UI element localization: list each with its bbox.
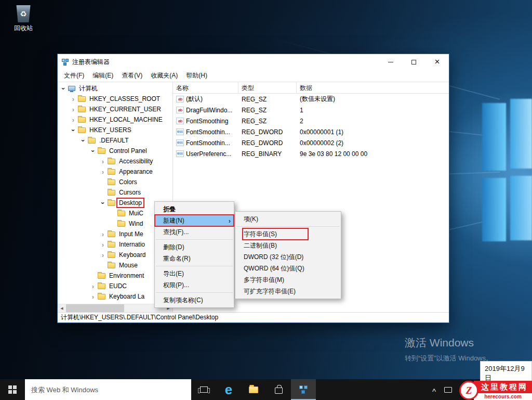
menu-item-label: 重命名(R) [163, 254, 191, 263]
menu-item-字符串值(S)[interactable]: 字符串值(S) [235, 228, 341, 240]
tree-item-HKEY_CURRENT_USER[interactable]: HKEY_CURRENT_USER [58, 104, 172, 114]
value-type: REG_SZ [238, 107, 297, 114]
menu-item-复制项名称(C)[interactable]: 复制项名称(C) [155, 294, 234, 306]
recycle-bin[interactable]: ♻ 回收站 [6, 5, 41, 33]
file-explorer-button[interactable] [241, 379, 266, 400]
value-row[interactable]: (默认)REG_SZ(数值未设置) [173, 94, 449, 105]
tree-item-Accessibility[interactable]: Accessibility [58, 156, 172, 166]
menu-item-重命名(R)[interactable]: 重命名(R) [155, 253, 234, 264]
title-bar[interactable]: 注册表编辑器 × [58, 54, 449, 70]
menu-edit[interactable]: 编辑(E) [88, 70, 117, 82]
chevron-collapsed-icon[interactable] [99, 252, 107, 259]
start-button[interactable] [0, 379, 25, 400]
chevron-collapsed-icon[interactable] [99, 169, 107, 175]
column-data[interactable]: 数据 [297, 82, 449, 93]
menu-view[interactable]: 查看(V) [117, 70, 147, 82]
chevron-collapsed-icon[interactable] [99, 241, 107, 248]
value-row[interactable]: FontSmoothin...REG_DWORD0x00000001 (1) [173, 126, 449, 137]
search-input[interactable] [25, 379, 191, 400]
menu-item-多字符串值(M)[interactable]: 多字符串值(M) [235, 274, 341, 286]
chevron-collapsed-icon[interactable] [99, 158, 107, 165]
chevron-collapsed-icon[interactable] [70, 96, 77, 102]
system-tray: ^ [432, 379, 452, 400]
menu-item-label: 删除(D) [163, 243, 184, 252]
chevron-expanded-icon[interactable] [99, 200, 107, 207]
menu-item-QWORD (64 位)值(Q)[interactable]: QWORD (64 位)值(Q) [235, 263, 341, 274]
chevron-expanded-icon[interactable] [79, 137, 87, 144]
menu-item-label: QWORD (64 位)值(Q) [244, 264, 304, 273]
tree-item-HKEY_LOCAL_MACHINE[interactable]: HKEY_LOCAL_MACHINE [58, 114, 172, 125]
taskbar-search [25, 379, 191, 400]
computer-icon [68, 86, 75, 91]
tree-item-HKEY_USERS[interactable]: HKEY_USERS [58, 125, 172, 135]
minimize-button[interactable] [379, 54, 402, 70]
logo-text: 这里教程网 herecours.com [474, 381, 532, 400]
scroll-left-icon[interactable]: ◀ [58, 304, 66, 313]
tree-item-Colors[interactable]: Colors [58, 177, 172, 187]
tree-item-label: Colors [117, 178, 139, 186]
menu-item-查找(F)...[interactable]: 查找(F)... [155, 226, 234, 238]
menu-item-删除(D)[interactable]: 删除(D) [155, 241, 234, 253]
window-controls: × [379, 54, 449, 70]
tree-item-label: Control Panel [108, 147, 149, 155]
column-type[interactable]: 类型 [238, 82, 297, 93]
menu-file[interactable]: 文件(F) [60, 70, 88, 82]
menu-item-DWORD (32 位)值(D)[interactable]: DWORD (32 位)值(D) [235, 251, 341, 263]
string-value-icon [176, 118, 184, 124]
menu-help[interactable]: 帮助(H) [182, 70, 211, 82]
menu-favorites[interactable]: 收藏夹(A) [147, 70, 182, 82]
folder-icon [117, 211, 125, 216]
tree-item-HKEY_CLASSES_ROOT[interactable]: HKEY_CLASSES_ROOT [58, 94, 172, 104]
chevron-expanded-icon[interactable] [89, 148, 97, 154]
menu-item-项(K)[interactable]: 项(K) [235, 213, 341, 225]
column-name[interactable]: 名称 [173, 82, 238, 93]
tree-item-Control Panel[interactable]: Control Panel [58, 146, 172, 156]
menu-item-折叠[interactable]: 折叠 [155, 203, 234, 215]
maximize-icon [411, 60, 416, 64]
value-row[interactable]: FontSmoothin...REG_DWORD0x00000002 (2) [173, 137, 449, 148]
folder-icon [108, 200, 115, 206]
chevron-collapsed-icon[interactable] [70, 117, 77, 123]
chevron-collapsed-icon[interactable] [89, 293, 97, 300]
chevron-collapsed-icon[interactable] [70, 106, 77, 113]
menu-item-导出(E)[interactable]: 导出(E) [155, 268, 234, 279]
value-data: 1 [297, 107, 449, 114]
tree-item-label: HKEY_CLASSES_ROOT [88, 95, 162, 103]
scrollbar-thumb[interactable] [66, 304, 124, 313]
maximize-button[interactable] [402, 54, 425, 70]
display-icon[interactable] [444, 387, 452, 393]
value-row[interactable]: DragFullWindo...REG_SZ1 [173, 105, 449, 115]
value-row[interactable]: UserPreferenc...REG_BINARY9e 3e 03 80 12… [173, 148, 449, 159]
value-data: 2 [297, 118, 449, 125]
menu-item-新建(N)[interactable]: 新建(N)› [155, 215, 234, 226]
folder-icon [108, 242, 115, 248]
folder-icon [108, 263, 115, 268]
chevron-expanded-icon[interactable] [60, 85, 67, 92]
value-data: 0x00000002 (2) [297, 139, 449, 147]
menu-item-label: 权限(P)... [163, 281, 189, 290]
menu-item-二进制值(B)[interactable]: 二进制值(B) [235, 240, 341, 251]
task-view-button[interactable] [191, 379, 216, 400]
value-name-cell: UserPreferenc... [173, 150, 238, 158]
tree-item-.DEFAULT[interactable]: .DEFAULT [58, 135, 172, 146]
tray-expand-icon[interactable]: ^ [432, 388, 436, 395]
store-button[interactable] [266, 379, 291, 400]
value-row[interactable]: FontSmoothingREG_SZ2 [173, 115, 449, 126]
value-name: UserPreferenc... [186, 150, 231, 158]
folder-icon [117, 221, 125, 227]
window-title: 注册表编辑器 [72, 58, 110, 67]
chevron-collapsed-icon[interactable] [89, 283, 97, 290]
tree-item-Cursors[interactable]: Cursors [58, 187, 172, 198]
menu-item-权限(P)...[interactable]: 权限(P)... [155, 279, 234, 291]
chevron-expanded-icon[interactable] [70, 127, 77, 134]
close-button[interactable]: × [425, 54, 449, 70]
tree-item-Appearance[interactable]: Appearance [58, 166, 172, 177]
menu-item-可扩充字符串值(E)[interactable]: 可扩充字符串值(E) [235, 286, 341, 297]
wallpaper-window-pane [510, 99, 532, 169]
menu-item-label: DWORD (32 位)值(D) [244, 253, 303, 262]
edge-button[interactable]: e [216, 379, 241, 400]
tree-item-计算机[interactable]: 计算机 [58, 83, 172, 94]
value-name: FontSmoothing [186, 118, 228, 125]
chevron-collapsed-icon[interactable] [99, 231, 107, 238]
regedit-taskbar-button[interactable] [291, 379, 316, 400]
